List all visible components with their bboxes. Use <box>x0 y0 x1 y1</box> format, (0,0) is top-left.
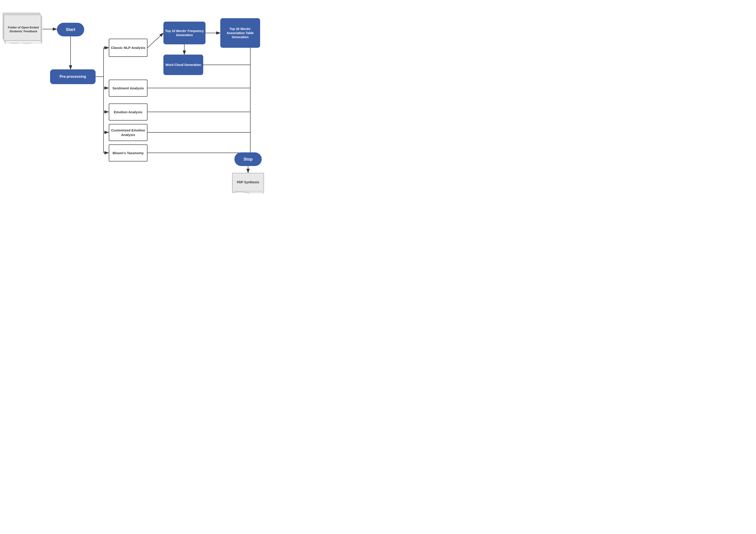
sentiment-label: Sentiment Analysis <box>112 86 144 90</box>
sentiment-node: Sentiment Analysis <box>109 80 148 97</box>
top10-label: Top 10 Words' Frequency Generation <box>163 29 205 37</box>
top20-node: Top 20 Words' Association Table Generati… <box>220 18 260 48</box>
blooms-label: Bloom's Taxonomy <box>113 151 144 155</box>
top20-label: Top 20 Words' Association Table Generati… <box>220 27 260 39</box>
blooms-node: Bloom's Taxonomy <box>109 144 148 162</box>
folder-node: Folder of Open-Ended Students' Feedback <box>5 16 42 42</box>
emotion-node: Emotion Analysis <box>109 104 148 120</box>
classic-nlp-label: Classic NLP Analysis <box>111 45 146 50</box>
preprocessing-label: Pre-processing <box>60 74 86 79</box>
folder-label: Folder of Open-Ended Students' Feedback <box>5 26 41 34</box>
stop-node: Stop <box>234 152 262 166</box>
wordcloud-node: Word Cloud Generation <box>163 55 203 75</box>
start-node: Start <box>57 23 84 37</box>
start-label: Start <box>66 27 75 32</box>
svg-line-13 <box>148 33 163 48</box>
flowchart-diagram: Folder of Open-Ended Students' Feedback … <box>0 0 273 193</box>
customized-emotion-label: Customized Emotion Analysis <box>109 128 147 137</box>
pdf-label: PDF Synthesis <box>237 180 259 184</box>
wordcloud-label: Word Cloud Generation <box>165 63 201 67</box>
stop-label: Stop <box>244 157 253 162</box>
preprocessing-node: Pre-processing <box>50 69 95 84</box>
customized-emotion-node: Customized Emotion Analysis <box>109 124 148 141</box>
emotion-label: Emotion Analysis <box>114 110 142 114</box>
classic-nlp-node: Classic NLP Analysis <box>109 39 148 57</box>
top10-node: Top 10 Words' Frequency Generation <box>163 22 205 44</box>
pdf-node: PDF Synthesis <box>232 173 264 193</box>
